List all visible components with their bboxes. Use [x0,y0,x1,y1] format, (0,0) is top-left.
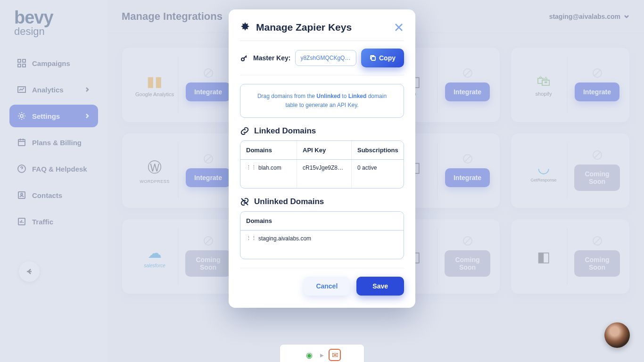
drag-handle-icon[interactable]: ⋮⋮ [246,165,256,170]
table-row[interactable]: ⋮⋮staging.aivalabs.com [240,230,404,259]
footer-widget[interactable]: ◉ ▶ ✉ [280,344,364,362]
apikey-cell: cR15vJge9Z8GH3i... [303,165,346,171]
table-header: Domains [240,212,404,230]
save-button[interactable]: Save [356,277,404,296]
col-apikey: API Key [297,141,352,159]
linked-domains-table: Domains API Key Subscriptions ⋮⋮blah.com… [240,140,404,189]
unlink-icon [240,197,249,206]
mail-icon: ✉ [329,349,341,361]
table-row[interactable]: ⋮⋮blah.com cR15vJge9Z8GH3i... 0 active [240,160,404,188]
section-title: Unlinked Domains [254,197,324,206]
play-icon: ▶ [320,353,324,358]
col-domains: Domains [240,141,297,159]
col-subs: Subscriptions [352,141,404,159]
col-domains: Domains [240,212,404,230]
copy-icon [370,55,376,61]
key-icon [240,54,248,62]
linked-domains-header: Linked Domains [240,126,404,136]
svg-rect-12 [372,57,375,60]
modal-title: Manage Zapier Keys [256,22,388,33]
master-key-row: Master Key: y8ZshGMQCKgQKk7tfMP1Ge... Co… [240,41,404,75]
modal-footer: Cancel Save [240,268,404,296]
close-button[interactable] [394,22,404,33]
section-title: Linked Domains [254,126,316,136]
copy-button[interactable]: Copy [361,49,404,67]
copy-label: Copy [379,54,396,62]
close-icon [394,22,404,33]
unlinked-domains-header: Unlinked Domains [240,197,404,206]
star-gear-icon [240,22,250,33]
master-key-label: Master Key: [253,54,290,62]
link-icon [240,126,249,136]
drag-handle-icon[interactable]: ⋮⋮ [246,235,256,241]
table-header: Domains API Key Subscriptions [240,141,404,160]
domain-cell: blah.com [258,165,281,171]
info-box: Drag domains from the Unlinked to Linked… [240,84,404,118]
avatar[interactable] [604,322,630,348]
swirl-icon: ◉ [303,349,315,361]
domain-cell: staging.aivalabs.com [258,235,311,242]
cancel-button[interactable]: Cancel [304,277,350,296]
master-key-value[interactable]: y8ZshGMQCKgQKk7tfMP1Ge... [295,50,356,66]
modal-overlay[interactable]: Manage Zapier Keys Master Key: y8ZshGMQC… [0,0,644,362]
zapier-keys-modal: Manage Zapier Keys Master Key: y8ZshGMQC… [229,9,415,308]
modal-header: Manage Zapier Keys [240,22,404,41]
subs-cell: 0 active [357,165,377,171]
unlinked-domains-table: Domains ⋮⋮staging.aivalabs.com [240,211,404,259]
